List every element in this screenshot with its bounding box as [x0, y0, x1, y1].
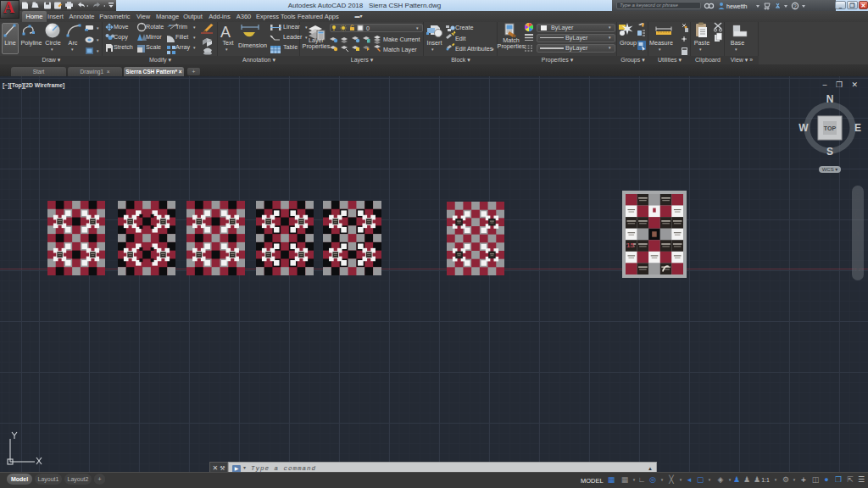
svg-text:W: W [798, 122, 809, 134]
svg-text:0: 0 [366, 25, 370, 31]
svg-text:TOP: TOP [824, 125, 837, 131]
svg-text:S: S [826, 146, 833, 158]
svg-text:?: ? [793, 3, 797, 9]
svg-text:A: A [220, 24, 231, 41]
svg-text:▾: ▾ [97, 37, 99, 42]
svg-text:N: N [826, 93, 834, 105]
svg-text:▾: ▾ [97, 48, 99, 53]
svg-text:▾: ▾ [97, 25, 99, 30]
svg-text:E: E [854, 122, 861, 134]
svg-text:15: 15 [626, 241, 634, 249]
svg-text:hewetth: hewetth [726, 3, 748, 9]
